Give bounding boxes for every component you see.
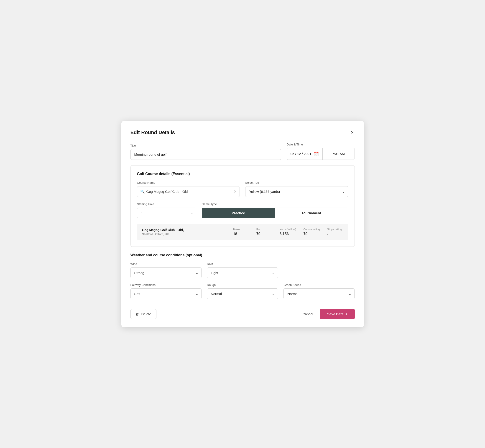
search-icon: 🔍 <box>140 189 145 194</box>
select-tee-wrap: Yellow (6,156 yards) White (6,500 yards)… <box>245 186 348 197</box>
starting-hole-dropdown[interactable]: 1 10 <box>137 208 196 218</box>
footer-row: 🗑 Delete Cancel Save Details <box>130 304 355 319</box>
game-type-label: Game Type <box>202 202 348 206</box>
title-datetime-row: Title Date & Time 05 / 12 / 2021 📅 7:31 … <box>130 143 355 160</box>
course-rating-value: 70 <box>303 232 307 236</box>
rain-label: Rain <box>207 262 278 266</box>
rough-select-wrap: Short Normal Long ⌄ <box>207 288 278 299</box>
game-type-toggle: Practice Tournament <box>202 208 348 218</box>
fairway-label: Fairway Conditions <box>130 283 202 287</box>
yards-label: Yards(Yellow) <box>280 228 296 231</box>
trash-icon: 🗑 <box>136 312 139 316</box>
title-input[interactable] <box>130 149 281 160</box>
edit-round-modal: Edit Round Details × Title Date & Time 0… <box>121 121 364 327</box>
holes-label: Holes <box>233 228 240 231</box>
green-speed-label: Green Speed <box>283 283 355 287</box>
fairway-select-wrap: Firm Normal Soft Wet ⌄ <box>130 288 202 299</box>
select-tee-group: Select Tee Yellow (6,156 yards) White (6… <box>245 181 348 197</box>
course-info-primary: Gog Magog Golf Club - Old, <box>142 228 226 232</box>
starting-hole-group: Starting Hole 1 10 ⌄ <box>137 202 196 218</box>
select-tee-label: Select Tee <box>245 181 348 184</box>
modal-header: Edit Round Details × <box>130 129 355 136</box>
hole-gametype-row: Starting Hole 1 10 ⌄ Game Type Practice … <box>137 202 348 218</box>
slope-rating-label: Slope rating <box>327 228 342 231</box>
rain-group: Rain None Light Moderate Heavy ⌄ <box>207 262 278 278</box>
fairway-dropdown[interactable]: Firm Normal Soft Wet <box>130 288 202 299</box>
title-field-group: Title <box>130 144 281 160</box>
course-name-input[interactable] <box>137 186 240 197</box>
starting-hole-label: Starting Hole <box>137 202 196 206</box>
wind-group: Wind Calm Light Moderate Strong ⌄ <box>130 262 202 278</box>
course-info-card: Gog Magog Golf Club - Old, Shelford Bott… <box>137 224 348 240</box>
course-info-secondary: Shelford Bottom, UK <box>142 232 226 236</box>
game-type-group: Game Type Practice Tournament <box>202 202 348 218</box>
yards-value: 6,156 <box>280 232 289 236</box>
tournament-button[interactable]: Tournament <box>275 208 348 218</box>
rain-select-wrap: None Light Moderate Heavy ⌄ <box>207 267 278 278</box>
holes-stat: Holes 18 <box>233 228 249 236</box>
fairway-group: Fairway Conditions Firm Normal Soft Wet … <box>130 283 202 299</box>
course-tee-row: Course Name 🔍 ✕ Select Tee Yellow (6,156… <box>137 181 348 197</box>
time-field[interactable]: 7:31 AM <box>323 148 355 160</box>
time-value: 7:31 AM <box>332 152 345 156</box>
rough-label: Rough <box>207 283 278 287</box>
starting-hole-wrap: 1 10 ⌄ <box>137 208 196 218</box>
green-speed-select-wrap: Slow Normal Fast ⌄ <box>283 288 355 299</box>
clear-icon[interactable]: ✕ <box>234 189 237 194</box>
course-rating-stat: Course rating 70 <box>303 228 320 236</box>
weather-title: Weather and course conditions (optional) <box>130 253 355 257</box>
holes-value: 18 <box>233 232 237 236</box>
datetime-label: Date & Time <box>287 143 355 146</box>
footer-right: Cancel Save Details <box>297 309 355 319</box>
select-tee-dropdown[interactable]: Yellow (6,156 yards) White (6,500 yards)… <box>245 186 348 197</box>
course-name-input-wrap: 🔍 ✕ <box>137 186 240 197</box>
date-value: 05 / 12 / 2021 <box>291 152 312 156</box>
rain-dropdown[interactable]: None Light Moderate Heavy <box>207 267 278 278</box>
slope-rating-stat: Slope rating - <box>327 228 343 236</box>
golf-course-title: Golf Course details (Essential) <box>137 172 348 176</box>
course-name-group: Course Name 🔍 ✕ <box>137 181 240 197</box>
save-button[interactable]: Save Details <box>320 309 355 319</box>
rough-group: Rough Short Normal Long ⌄ <box>207 283 278 299</box>
slope-rating-value: - <box>327 232 328 236</box>
rough-dropdown[interactable]: Short Normal Long <box>207 288 278 299</box>
green-speed-dropdown[interactable]: Slow Normal Fast <box>283 288 355 299</box>
wind-label: Wind <box>130 262 202 266</box>
fairway-rough-green-row: Fairway Conditions Firm Normal Soft Wet … <box>130 283 355 299</box>
close-button[interactable]: × <box>350 129 355 136</box>
date-field[interactable]: 05 / 12 / 2021 📅 <box>287 148 323 160</box>
delete-button[interactable]: 🗑 Delete <box>130 309 156 319</box>
calendar-icon: 📅 <box>314 151 319 156</box>
delete-label: Delete <box>141 312 151 316</box>
golf-course-section: Golf Course details (Essential) Course N… <box>130 165 355 247</box>
practice-button[interactable]: Practice <box>202 208 275 218</box>
green-speed-group: Green Speed Slow Normal Fast ⌄ <box>283 283 355 299</box>
course-name-label: Course Name <box>137 181 240 184</box>
course-info-name: Gog Magog Golf Club - Old, Shelford Bott… <box>142 228 226 236</box>
datetime-field-group: Date & Time 05 / 12 / 2021 📅 7:31 AM <box>287 143 355 160</box>
cancel-button[interactable]: Cancel <box>297 309 318 319</box>
wind-select-wrap: Calm Light Moderate Strong ⌄ <box>130 267 202 278</box>
par-value: 70 <box>256 232 260 236</box>
par-stat: Par 70 <box>256 228 272 236</box>
course-rating-label: Course rating <box>303 228 320 231</box>
wind-dropdown[interactable]: Calm Light Moderate Strong <box>130 267 202 278</box>
weather-section: Weather and course conditions (optional)… <box>130 253 355 299</box>
modal-title: Edit Round Details <box>130 129 175 136</box>
date-time-row: 05 / 12 / 2021 📅 7:31 AM <box>287 148 355 160</box>
par-label: Par <box>256 228 261 231</box>
wind-rain-row: Wind Calm Light Moderate Strong ⌄ Rain N… <box>130 262 355 278</box>
title-label: Title <box>130 144 281 147</box>
yards-stat: Yards(Yellow) 6,156 <box>280 228 296 236</box>
